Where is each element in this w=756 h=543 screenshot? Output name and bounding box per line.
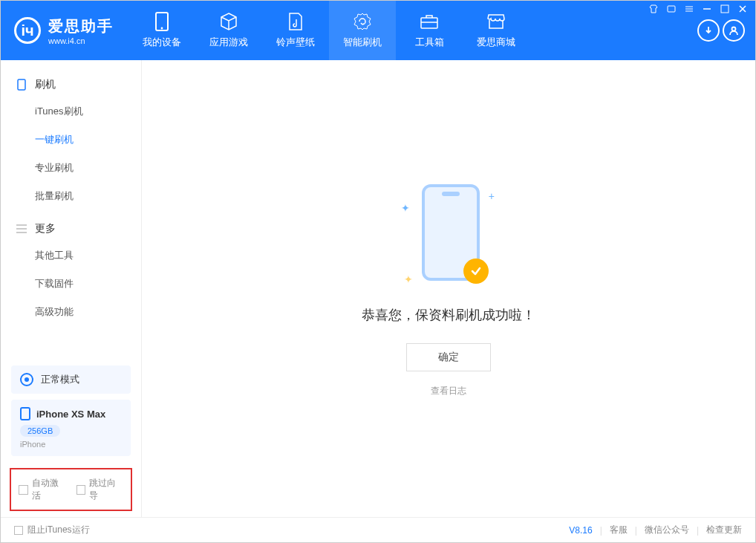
device-capacity-badge: 256GB [20,425,60,437]
close-button[interactable] [737,4,748,14]
sidebar-section-flash: 刷机 iTunes刷机 一键刷机 专业刷机 批量刷机 [1,72,141,216]
nav-store[interactable]: 爱思商城 [463,1,529,60]
nav-apps-games[interactable]: 应用游戏 [195,1,262,60]
sidebar-item-pro-flash[interactable]: 专业刷机 [1,154,141,182]
nav-ringtones[interactable]: 铃声壁纸 [262,1,329,60]
checkbox-label: 跳过向导 [89,477,123,502]
svg-rect-1 [721,5,729,13]
checkbox-icon [19,485,28,495]
mode-dot-icon [20,373,33,386]
nav-toolbox[interactable]: 工具箱 [396,1,463,60]
success-check-icon [463,259,489,284]
nav-label: 爱思商城 [477,36,515,49]
nav-label: 应用游戏 [209,36,248,49]
sparkle-icon: ✦ [401,202,410,214]
maximize-button[interactable] [720,4,730,14]
ok-button[interactable]: 确定 [406,343,491,371]
title-bar: iч 爱思助手 www.i4.cn 我的设备 应用游戏 铃声壁纸 智能刷机 工具… [1,1,755,60]
device-type: iPhone [20,440,122,449]
checkbox-icon [14,526,23,535]
device-icon [152,12,172,31]
skin-icon[interactable] [648,4,659,14]
sidebar-section-title: 更多 [35,222,56,235]
svg-point-3 [161,27,163,30]
status-bar: 阻止iTunes运行 V8.16 | 客服 | 微信公众号 | 检查更新 [1,517,755,542]
nav-label: 智能刷机 [343,36,382,49]
sparkle-icon: + [489,190,495,202]
main-panel: ✦ + ✦ 恭喜您，保资料刷机成功啦！ 确定 查看日志 [142,60,755,517]
device-name: iPhone XS Max [36,409,105,420]
version-label: V8.16 [569,525,592,536]
sidebar-item-itunes-flash[interactable]: iTunes刷机 [1,97,141,126]
checkbox-icon [76,485,86,495]
sidebar-item-advanced[interactable]: 高级功能 [1,298,141,326]
download-manager-icon[interactable] [697,19,720,42]
sidebar-item-oneclick-flash[interactable]: 一键刷机 [1,126,141,154]
svg-point-5 [732,27,736,31]
footer-link-update[interactable]: 检查更新 [706,524,742,536]
nav-label: 铃声壁纸 [276,36,315,49]
minimize-button[interactable] [702,4,712,14]
list-icon [16,223,27,235]
sparkle-icon: ✦ [404,273,413,285]
store-icon [486,12,506,31]
success-illustration: ✦ + ✦ [404,180,493,291]
footer-link-support[interactable]: 客服 [610,524,628,536]
sidebar-item-batch-flash[interactable]: 批量刷机 [1,182,141,210]
view-log-link[interactable]: 查看日志 [431,385,466,397]
checkbox-block-itunes[interactable]: 阻止iTunes运行 [14,524,90,536]
bottom-options-highlighted: 自动激活 跳过向导 [10,468,132,511]
content-area: 刷机 iTunes刷机 一键刷机 专业刷机 批量刷机 更多 其他工具 下载固件 … [1,60,755,517]
device-mode-label: 正常模式 [41,373,79,386]
sidebar-head-more: 更多 [1,216,141,241]
toolbox-icon [420,12,439,31]
music-file-icon [286,12,305,31]
success-headline: 恭喜您，保资料刷机成功啦！ [362,306,535,324]
svg-rect-4 [421,18,437,28]
checkbox-label: 自动激活 [32,477,66,502]
cube-icon [219,12,238,31]
phone-small-icon [20,407,30,420]
menu-icon[interactable] [684,4,694,14]
sidebar-head-flash: 刷机 [1,72,141,97]
user-account-icon[interactable] [723,19,745,42]
window-controls [648,4,748,14]
main-nav: 我的设备 应用游戏 铃声壁纸 智能刷机 工具箱 爱思商城 [128,1,529,60]
nav-my-device[interactable]: 我的设备 [128,1,195,60]
nav-label: 我的设备 [143,36,181,49]
sidebar: 刷机 iTunes刷机 一键刷机 专业刷机 批量刷机 更多 其他工具 下载固件 … [1,60,142,517]
device-mode-box[interactable]: 正常模式 [11,365,131,394]
app-url: www.i4.cn [48,36,114,45]
svg-rect-6 [18,79,25,90]
feedback-icon[interactable] [666,4,677,14]
svg-rect-0 [668,6,675,12]
phone-outline-icon [16,79,27,91]
nav-label: 工具箱 [415,36,444,49]
refresh-gear-icon [353,12,372,31]
device-info-box[interactable]: iPhone XS Max 256GB iPhone [11,400,131,456]
sidebar-item-download-firmware[interactable]: 下载固件 [1,270,141,298]
checkbox-label: 阻止iTunes运行 [27,524,90,536]
nav-smart-flash[interactable]: 智能刷机 [329,1,396,60]
footer-link-wechat[interactable]: 微信公众号 [645,524,689,536]
logo-icon: iч [14,17,41,44]
checkbox-skip-guide[interactable]: 跳过向导 [76,477,124,502]
sidebar-section-title: 刷机 [35,78,56,91]
app-name: 爱思助手 [48,16,114,36]
app-logo: iч 爱思助手 www.i4.cn [1,1,128,60]
sidebar-item-other-tools[interactable]: 其他工具 [1,241,141,270]
device-name-row: iPhone XS Max [20,407,122,420]
checkbox-auto-activate[interactable]: 自动激活 [19,477,66,502]
sidebar-section-more: 更多 其他工具 下载固件 高级功能 [1,216,141,332]
